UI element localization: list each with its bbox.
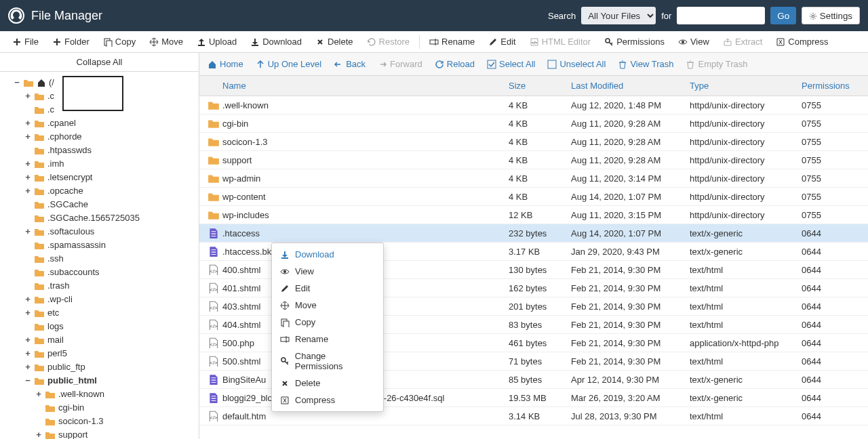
key-icon	[604, 37, 614, 47]
nav-home[interactable]: Home	[208, 59, 243, 69]
edit-button[interactable]: Edit	[481, 31, 522, 53]
view-button[interactable]: View	[671, 31, 716, 53]
html-icon	[530, 37, 539, 47]
permissions-button[interactable]: Permissions	[597, 31, 671, 53]
ctx-change-permissions[interactable]: Change Permissions	[272, 348, 383, 375]
folder-button[interactable]: Folder	[45, 31, 96, 53]
cell-modified: Aug 11, 2020, 3:14 PM	[571, 173, 690, 184]
tree-item[interactable]: + public_ftp	[3, 360, 196, 374]
tree-item[interactable]: + .cpanel	[3, 117, 196, 130]
cell-type: text/html	[690, 320, 802, 330]
table-row[interactable]: socicon-1.3 4 KB Aug 11, 2020, 9:28 AM h…	[199, 133, 868, 151]
cell-type: httpd/unix-directory	[690, 155, 802, 165]
tree-item[interactable]: − public_html	[3, 374, 196, 388]
cell-modified: Mar 26, 2019, 3:20 AM	[571, 393, 690, 403]
folder-icon	[45, 430, 56, 439]
tree-item[interactable]: cgi-bin	[3, 401, 196, 415]
tree-item[interactable]: logs	[3, 320, 196, 333]
col-type[interactable]: Type	[690, 81, 802, 91]
tree-item-label: .cpanel	[47, 117, 76, 130]
uncheck-icon	[547, 60, 557, 69]
tree-root[interactable]: − (/	[3, 76, 196, 89]
tree-item[interactable]: + .cphorde	[3, 130, 196, 144]
table-row[interactable]: cgi-bin 4 KB Aug 11, 2020, 9:28 AM httpd…	[199, 114, 868, 133]
ctx-move[interactable]: Move	[272, 297, 383, 314]
tree-item[interactable]: + .imh	[3, 157, 196, 171]
nav-forward[interactable]: Forward	[378, 59, 422, 69]
table-row[interactable]: wp-admin 4 KB Aug 11, 2020, 3:14 PM http…	[199, 169, 868, 188]
tree-item[interactable]: .spamassassin	[3, 238, 196, 252]
collapse-all-button[interactable]: Collapse All	[0, 53, 199, 72]
nav-reload[interactable]: Reload	[435, 59, 475, 69]
compress-button[interactable]: Compress	[769, 31, 835, 53]
nav-select-all[interactable]: Select All	[487, 59, 535, 69]
code-icon	[208, 264, 220, 275]
file-button[interactable]: File	[5, 31, 45, 53]
ctx-download[interactable]: Download	[272, 246, 383, 263]
col-permissions[interactable]: Permissions	[802, 81, 868, 91]
ctx-edit[interactable]: Edit	[272, 280, 383, 297]
table-row[interactable]: wp-content 4 KB Aug 14, 2020, 1:07 PM ht…	[199, 188, 868, 206]
table-row[interactable]: wp-includes 12 KB Aug 11, 2020, 3:15 PM …	[199, 206, 868, 224]
upload-button[interactable]: Upload	[190, 31, 243, 53]
download-button[interactable]: Download	[243, 31, 309, 53]
cell-size: 4 KB	[509, 155, 571, 165]
ctx-view[interactable]: View	[272, 263, 383, 280]
folder-tree: − (/ + .c .c+ .cpanel+ .cphorde .htpassw…	[0, 72, 199, 439]
tree-item[interactable]: .SGCache.1565725035	[3, 211, 196, 225]
tree-item[interactable]: + support	[3, 428, 196, 439]
nav-empty-trash[interactable]: Empty Trash	[686, 59, 747, 69]
tree-item[interactable]: + .letsencrypt	[3, 171, 196, 184]
col-modified[interactable]: Last Modified	[571, 81, 690, 91]
cell-name: default.htm	[222, 411, 509, 421]
tree-item[interactable]: + mail	[3, 333, 196, 347]
folder-icon	[34, 362, 45, 372]
search-scope-select[interactable]: All Your Files	[581, 7, 656, 24]
table-row[interactable]: .htaccess 232 bytes Aug 14, 2020, 1:07 P…	[199, 224, 868, 243]
tree-item[interactable]: + perl5	[3, 347, 196, 360]
tree-item[interactable]: + .wp-cli	[3, 293, 196, 306]
tree-item[interactable]: + .softaculous	[3, 225, 196, 238]
code-icon	[208, 356, 220, 367]
search-input[interactable]	[677, 7, 765, 24]
rename-button[interactable]: Rename	[422, 31, 481, 53]
col-size[interactable]: Size	[509, 81, 571, 91]
tree-item[interactable]: .trash	[3, 279, 196, 293]
download-icon	[280, 250, 290, 259]
folder-icon	[34, 349, 45, 358]
tree-item[interactable]: + etc	[3, 306, 196, 320]
settings-button[interactable]: Settings	[802, 7, 860, 24]
tree-item[interactable]: .SGCache	[3, 198, 196, 211]
html-editor-button[interactable]: HTML Editor	[523, 31, 597, 53]
nav-unselect-all[interactable]: Unselect All	[547, 59, 606, 69]
ctx-copy[interactable]: Copy	[272, 314, 383, 331]
tree-item[interactable]: socicon-1.3	[3, 415, 196, 428]
table-row[interactable]: support 4 KB Aug 11, 2020, 9:28 AM httpd…	[199, 151, 868, 169]
ctx-delete[interactable]: Delete	[272, 375, 383, 392]
col-name[interactable]: Name	[222, 81, 509, 91]
nav-view-trash[interactable]: View Trash	[618, 59, 673, 69]
nav-back[interactable]: Back	[334, 59, 366, 69]
reload-icon	[435, 60, 444, 69]
tree-item[interactable]: + .well-known	[3, 388, 196, 401]
folder-icon	[34, 159, 45, 169]
tree-item[interactable]: .ssh	[3, 252, 196, 266]
ctx-rename[interactable]: Rename	[272, 331, 383, 348]
table-row[interactable]: .well-known 4 KB Aug 12, 2020, 1:48 PM h…	[199, 96, 868, 114]
move-button[interactable]: Move	[142, 31, 190, 53]
cell-modified: Aug 11, 2020, 3:15 PM	[571, 210, 690, 220]
folder-icon	[45, 390, 56, 399]
cell-modified: Feb 21, 2014, 9:30 PM	[571, 283, 690, 293]
restore-button[interactable]: Restore	[360, 31, 417, 53]
nav-up[interactable]: Up One Level	[256, 59, 322, 69]
ctx-compress[interactable]: Compress	[272, 392, 383, 409]
tree-item[interactable]: + .opcache	[3, 184, 196, 198]
go-button[interactable]: Go	[770, 7, 796, 24]
cell-type: text/x-generic	[690, 247, 802, 257]
copy-button[interactable]: Copy	[96, 31, 142, 53]
cell-size: 162 bytes	[509, 283, 571, 293]
tree-item[interactable]: .htpasswds	[3, 144, 196, 157]
tree-item[interactable]: .subaccounts	[3, 266, 196, 279]
extract-button[interactable]: Extract	[716, 31, 769, 53]
delete-button[interactable]: Delete	[309, 31, 360, 53]
